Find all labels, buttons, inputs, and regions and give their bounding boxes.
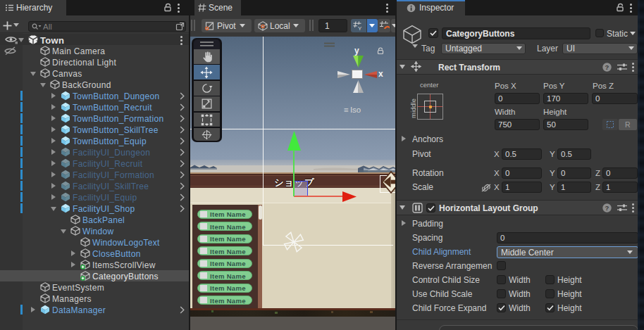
svg-text:?: ? [605,204,609,212]
svg-text:Y: Y [358,25,362,31]
svg-text:?: ? [605,63,609,71]
